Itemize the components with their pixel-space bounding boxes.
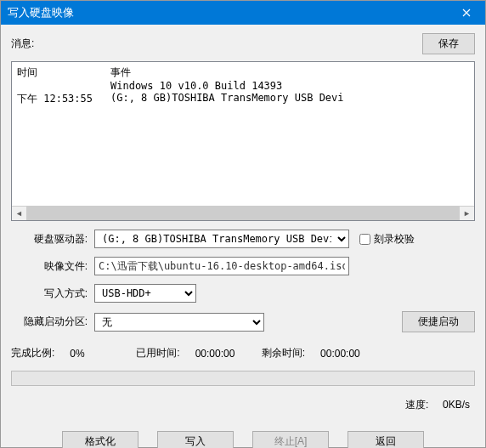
dialog-window: 写入硬盘映像 消息: 保存 时间 事件 Windows 10 v10.0 Bui… [0,0,486,448]
speed-value: 0KB/s [443,399,470,411]
verify-checkbox[interactable]: 刻录校验 [359,232,415,247]
remain-label: 剩余时间: [262,346,305,360]
verify-checkbox-input[interactable] [359,234,370,245]
write-mode-select[interactable]: USB-HDD+ [94,284,196,303]
h-scrollbar[interactable]: ◄ ► [12,206,474,220]
drive-label: 硬盘驱动器: [11,232,88,247]
scroll-thumb[interactable] [26,207,460,220]
log-col-event: 事件 [110,65,131,80]
hide-partition-select[interactable]: 无 [94,313,264,332]
scroll-right-icon[interactable]: ► [460,207,474,220]
iso-path-input[interactable] [94,257,349,275]
speed-label: 速度: [405,399,428,411]
done-label: 完成比例: [11,346,54,360]
log-box: 时间 事件 Windows 10 v10.0 Build 14393 下午 12… [11,61,475,221]
log-row: 下午 12:53:55 (G:, 8 GB)TOSHIBA TransMemor… [17,92,469,106]
elapsed-value: 00:00:00 [195,348,246,360]
iso-label: 映像文件: [11,259,88,274]
log-col-time: 时间 [17,65,110,80]
quick-boot-button[interactable]: 便捷启动 [402,311,475,332]
save-button[interactable]: 保存 [422,33,475,54]
remain-value: 00:00:00 [320,348,371,360]
close-button[interactable] [447,1,485,25]
log-row: Windows 10 v10.0 Build 14393 [17,80,469,92]
write-button[interactable]: 写入 [157,431,234,448]
info-label: 消息: [11,37,34,51]
back-button[interactable]: 返回 [348,431,424,448]
window-title: 写入硬盘映像 [8,5,74,20]
format-button[interactable]: 格式化 [62,431,138,448]
scroll-left-icon[interactable]: ◄ [12,207,26,220]
drive-select[interactable]: (G:, 8 GB)TOSHIBA TransMemory USB Devi [94,230,349,248]
write-mode-label: 写入方式: [11,286,88,301]
done-value: 0% [70,348,121,360]
abort-button: 终止[A] [252,431,329,448]
titlebar: 写入硬盘映像 [1,1,485,25]
progress-bar [11,371,475,386]
elapsed-label: 已用时间: [136,346,179,360]
hide-partition-label: 隐藏启动分区: [11,315,88,329]
